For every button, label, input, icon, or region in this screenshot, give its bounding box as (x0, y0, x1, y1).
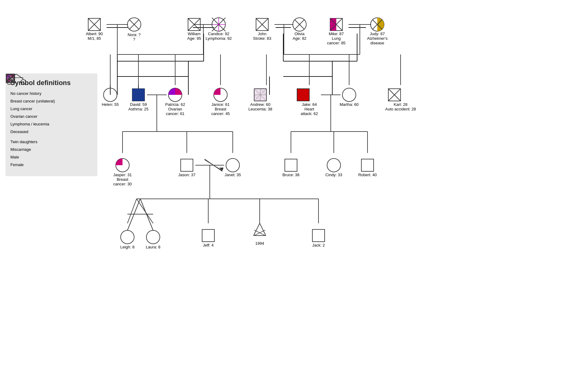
svg-text:Candice: 92: Candice: 92 (208, 32, 229, 36)
svg-text:William: William (188, 32, 201, 36)
svg-text:?: ? (133, 37, 135, 42)
svg-text:Lymphoma: 92: Lymphoma: 92 (205, 36, 232, 41)
svg-text:Olivia: Olivia (295, 32, 305, 36)
svg-text:John: John (258, 32, 266, 36)
svg-text:disease: disease (371, 41, 384, 45)
svg-rect-84 (330, 18, 336, 31)
svg-point-213 (6, 74, 14, 82)
svg-text:Alzheimer's: Alzheimer's (367, 36, 388, 41)
svg-text:Stroke: 83: Stroke: 83 (253, 36, 271, 41)
svg-text:Albert: 90: Albert: 90 (86, 32, 103, 36)
legend-item-female: Female (10, 162, 92, 167)
svg-text:Judy: 87: Judy: 87 (370, 32, 385, 36)
svg-text:Mike: 87: Mike: 87 (329, 32, 344, 36)
svg-rect-85 (336, 18, 342, 31)
svg-text:Lung: Lung (332, 36, 341, 41)
svg-text:M/1; 85: M/1; 85 (88, 36, 101, 41)
svg-text:Age: 92: Age: 92 (293, 36, 307, 41)
legend-panel: Symbol definitions No cancer history Bre… (6, 73, 97, 176)
svg-text:Age: 95: Age: 95 (187, 36, 201, 41)
svg-text:Nora: ?: Nora: ? (128, 32, 141, 37)
pedigree-container: Albert: 90 M/1; 85 Nora: ? ? William Age… (0, 0, 588, 372)
svg-text:cancer: 85: cancer: 85 (327, 41, 346, 45)
